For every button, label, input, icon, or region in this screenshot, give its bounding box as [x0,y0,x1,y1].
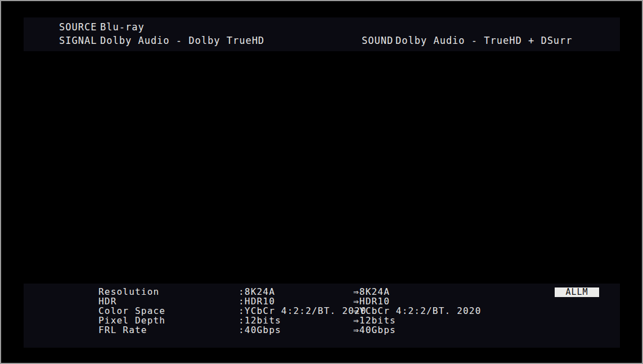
avr-osd-screen: SOURCE Blu-ray SIGNAL Dolby Audio - Dolb… [0,0,643,364]
row-input-value: :40Gbps [239,325,281,335]
info-row-resolution: Resolution :8K24A ⇒8K24A [24,287,620,296]
signal-label: SIGNAL [59,34,97,47]
row-label: HDR [98,296,117,306]
signal-sound-row: SIGNAL Dolby Audio - Dolby TrueHD SOUND … [24,34,620,47]
row-input-value: :YCbCr 4:2:2/BT. 2020 [239,306,367,316]
row-input-value: :12bits [239,316,281,325]
row-output-value: ⇒12bits [353,316,396,325]
row-output-value: ⇒8K24A [353,287,390,296]
signal-value: Dolby Audio - Dolby TrueHD [100,34,264,47]
row-output-value: ⇒YCbCr 4:2:2/BT. 2020 [353,306,482,316]
row-label: FRL Rate [98,325,147,335]
row-output-value: ⇒40Gbps [353,325,396,335]
info-row-color-space: Color Space :YCbCr 4:2:2/BT. 2020 ⇒YCbCr… [24,306,620,316]
sound-label: SOUND [362,34,393,47]
row-label: Resolution [98,287,159,296]
signal-info-bar: SOURCE Blu-ray SIGNAL Dolby Audio - Dolb… [24,17,620,51]
source-label: SOURCE [59,21,97,33]
sound-value: Dolby Audio - TrueHD + DSurr [395,34,573,47]
video-info-panel: Resolution :8K24A ⇒8K24A HDR :HDR10 ⇒HDR… [24,284,620,348]
info-row-hdr: HDR :HDR10 ⇒HDR10 [24,296,620,306]
row-output-value: ⇒HDR10 [353,296,390,306]
row-input-value: :HDR10 [239,296,275,306]
allm-badge: ALLM [555,287,599,297]
source-row: SOURCE Blu-ray [24,21,620,33]
row-input-value: :8K24A [239,287,275,296]
info-row-frl-rate: FRL Rate :40Gbps ⇒40Gbps [24,325,620,335]
row-label: Pixel Depth [98,316,165,325]
row-label: Color Space [98,306,165,316]
source-value: Blu-ray [100,21,145,33]
info-row-pixel-depth: Pixel Depth :12bits ⇒12bits [24,316,620,325]
